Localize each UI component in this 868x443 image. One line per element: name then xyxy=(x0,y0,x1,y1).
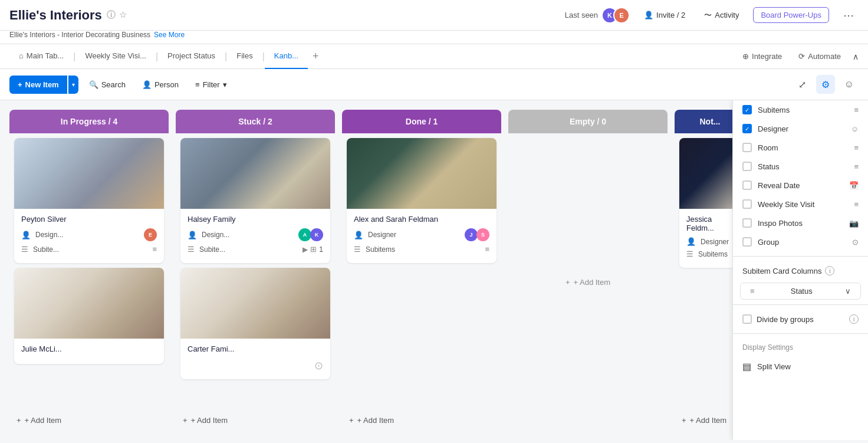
filter-icon: ≡ xyxy=(195,80,200,89)
board-powerups-button[interactable]: Board Power-Ups xyxy=(753,7,829,23)
panel-label-status: Status xyxy=(758,162,848,171)
subitem-arrow[interactable]: ▶ xyxy=(303,245,308,254)
card-body-carter: Carter Fami... ⊙ xyxy=(180,339,330,379)
integrate-button[interactable]: ⊕ Integrate xyxy=(738,50,787,63)
card-designer-avatar: E xyxy=(144,228,157,241)
see-more-link[interactable]: See More xyxy=(154,31,185,39)
panel-label-designer: Designer xyxy=(758,124,845,133)
card-body-feldman: Alex and Sarah Feldman 👤 Designer J S ☰ … xyxy=(347,209,497,263)
panel-item-designer[interactable]: ✓ Designer ☺ xyxy=(733,119,868,138)
settings-icon[interactable]: ⚙ xyxy=(816,75,835,94)
collapse-icon[interactable]: ∧ xyxy=(853,52,859,61)
subitem-list-icon-feldman: ≡ xyxy=(485,245,489,254)
card-title-peyton: Peyton Silver xyxy=(21,215,157,224)
checkbox-inspo[interactable] xyxy=(742,218,752,228)
add-item-empty-center[interactable]: + + Add Item xyxy=(565,266,610,298)
tab-project-status[interactable]: Project Status xyxy=(158,44,225,69)
card-designer-avatars-feldman: J S xyxy=(465,228,489,241)
card-julie[interactable]: Julie McLi... xyxy=(14,268,164,364)
emoji-icon[interactable]: ☺ xyxy=(840,75,859,94)
toolbar: + New Item ▾ 🔍 Search 👤 Person ≡ Filter … xyxy=(0,69,868,100)
expand-icon[interactable]: ⤢ xyxy=(793,75,811,94)
card-image-halsey xyxy=(180,138,330,209)
panel-item-status[interactable]: Status ≡ xyxy=(733,157,868,176)
header-icons: ⓘ ☆ xyxy=(107,9,127,21)
card-peyton-silver[interactable]: Peyton Silver 👤 Design... E ☰ Subite... … xyxy=(14,138,164,263)
panel-item-inspo[interactable]: Inspo Photos 📷 xyxy=(733,214,868,232)
integrate-icon: ⊕ xyxy=(742,52,749,61)
checkbox-designer[interactable]: ✓ xyxy=(742,124,752,133)
invite-button[interactable]: 👤 Invite / 2 xyxy=(639,8,690,22)
info-icon[interactable]: ⓘ xyxy=(107,9,116,21)
panel-item-room[interactable]: Room ≡ xyxy=(733,138,868,157)
add-item-stuck[interactable]: + + Add Item xyxy=(176,410,335,431)
subitem-cols-info[interactable]: i xyxy=(825,266,834,275)
plus-icon: + xyxy=(18,80,22,89)
automate-button[interactable]: ⟳ Automate xyxy=(794,50,846,63)
more-button[interactable]: ⋯ xyxy=(839,6,859,24)
divide-by-groups-row[interactable]: Divide by groups i xyxy=(733,310,868,329)
divide-info-icon[interactable]: i xyxy=(849,314,859,324)
activity-button[interactable]: 〜 Activity xyxy=(699,8,744,23)
tabs-left: ⌂ Main Tab... | Weekly Site Visi... | Pr… xyxy=(9,44,324,69)
kanban-board: In Progress / 4 Peyton Silver 👤 Design..… xyxy=(0,100,868,440)
checkbox-divide[interactable] xyxy=(742,314,752,324)
subitem-field-icon-halsey: ☰ xyxy=(188,245,195,254)
panel-item-reveal-date[interactable]: Reveal Date 📅 xyxy=(733,176,868,195)
card-carter[interactable]: Carter Fami... ⊙ xyxy=(180,268,330,379)
panel-item-group[interactable]: Group ⊙ xyxy=(733,232,868,251)
tab-files[interactable]: Files xyxy=(227,44,262,69)
checkbox-weekly-visit[interactable] xyxy=(742,199,752,209)
panel-icon-status: ≡ xyxy=(854,162,859,171)
card-jessica[interactable]: Jessica Feldm... 👤 Designer ☰ Subitems xyxy=(679,138,741,268)
panel-icon-designer: ☺ xyxy=(851,124,859,133)
panel-item-subitems[interactable]: ✓ Subitems ≡ xyxy=(733,100,868,119)
card-more-icon[interactable]: ⊙ xyxy=(314,359,323,372)
card-image-peyton xyxy=(14,138,164,209)
card-subitem-icon: ≡ xyxy=(152,245,157,254)
mini-avatar-halsey-2: K xyxy=(310,228,323,241)
split-view-row[interactable]: ▤ Split View xyxy=(733,356,868,377)
tabs-bar: ⌂ Main Tab... | Weekly Site Visi... | Pr… xyxy=(0,44,868,69)
search-icon: 🔍 xyxy=(89,80,98,89)
panel-label-reveal-date: Reveal Date xyxy=(758,181,843,190)
search-button[interactable]: 🔍 Search xyxy=(83,77,131,93)
person-button[interactable]: 👤 Person xyxy=(136,77,185,93)
star-icon[interactable]: ☆ xyxy=(119,9,127,21)
panel-label-room: Room xyxy=(758,143,848,152)
checkbox-room[interactable] xyxy=(742,143,752,152)
mini-avatar-1: E xyxy=(144,228,157,241)
panel-label-subitems: Subitems xyxy=(758,106,848,114)
add-item-done[interactable]: + + Add Item xyxy=(342,410,501,431)
card-field-designer-jessica: 👤 Designer xyxy=(686,237,734,246)
checkbox-status[interactable] xyxy=(742,162,752,171)
card-image-jessica xyxy=(679,138,741,209)
header-left: Ellie's Interiors ⓘ ☆ xyxy=(9,8,127,23)
new-item-button[interactable]: + New Item xyxy=(9,76,67,94)
checkbox-reveal-date[interactable] xyxy=(742,181,752,190)
column-done: Done / 1 Alex and Sarah Feldman 👤 Design… xyxy=(342,110,501,431)
tab-add-button[interactable]: + xyxy=(308,44,324,69)
person-filter-icon: 👤 xyxy=(142,80,152,89)
card-feldman[interactable]: Alex and Sarah Feldman 👤 Designer J S ☰ … xyxy=(347,138,497,263)
panel-divider-1 xyxy=(733,256,868,257)
card-field-subitem-peyton: ☰ Subite... ≡ xyxy=(21,245,157,254)
column-body-stuck: Halsey Family 👤 Design... A K ☰ Subite..… xyxy=(176,133,335,410)
new-item-dropdown[interactable]: ▾ xyxy=(68,76,78,94)
subtitle-bar: Ellie's Interiors - Interior Decorating … xyxy=(0,31,868,44)
panel-label-group: Group xyxy=(758,238,846,247)
subtitle-text: Ellie's Interiors - Interior Decorating … xyxy=(9,31,150,39)
status-column-dropdown[interactable]: ≡ Status ∨ xyxy=(740,283,861,300)
mini-avatar-feldman-2: S xyxy=(476,228,489,241)
tab-weekly[interactable]: Weekly Site Visi... xyxy=(75,44,156,69)
tab-kanban[interactable]: Kanb... xyxy=(265,44,308,69)
mini-avatar-feldman-1: J xyxy=(465,228,478,241)
checkbox-subitems[interactable]: ✓ xyxy=(742,105,752,114)
tab-main[interactable]: ⌂ Main Tab... xyxy=(9,44,73,69)
checkbox-group[interactable] xyxy=(742,237,752,247)
filter-button[interactable]: ≡ Filter ▾ xyxy=(189,77,232,93)
column-header-stuck: Stuck / 2 xyxy=(176,110,335,133)
add-item-in-progress[interactable]: + + Add Item xyxy=(9,410,169,431)
panel-item-weekly-visit[interactable]: Weekly Site Visit ≡ xyxy=(733,195,868,214)
card-halsey[interactable]: Halsey Family 👤 Design... A K ☰ Subite..… xyxy=(180,138,330,263)
